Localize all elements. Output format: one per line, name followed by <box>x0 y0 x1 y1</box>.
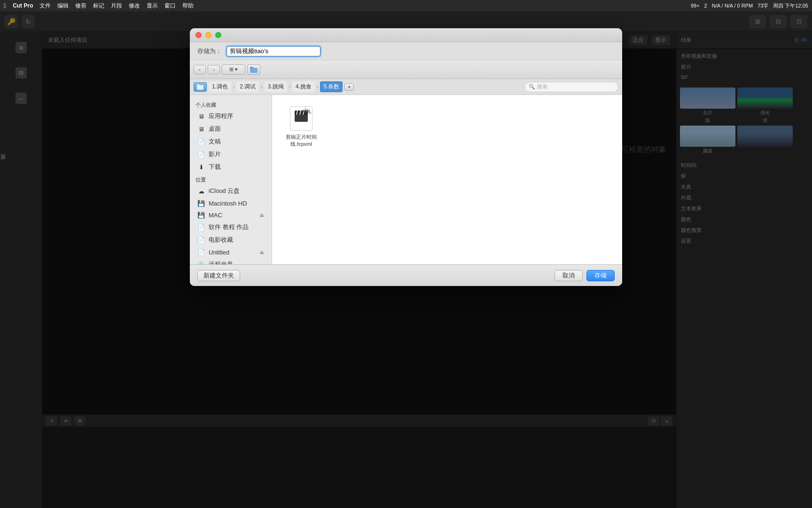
menubar-left:  Cut Pro 文件 编辑 修剪 标记 片段 修改 显示 窗口 帮助 <box>4 2 194 10</box>
crumb-2[interactable]: 2.调试 <box>236 81 259 92</box>
char-count: 73字 <box>757 2 768 9</box>
view-mode-btn[interactable]: ⊞ ▾ <box>222 64 245 75</box>
menu-window[interactable]: 窗口 <box>164 2 176 10</box>
menu-app[interactable]: Cut Pro <box>13 2 33 9</box>
sidebar-software-works[interactable]: 📄 软件 教程 作品 <box>192 221 270 233</box>
location-more-btn[interactable]: ▾ <box>344 83 354 91</box>
sidebar-mac[interactable]: 💾 MAC ⏏ <box>192 209 270 221</box>
folder-icon <box>250 66 258 73</box>
documents-icon: 📄 <box>197 138 205 145</box>
svg-rect-1 <box>250 67 253 69</box>
menubar-right: 99+ 2 N/A / N/A / 0 RPM 73字 周四 下午12:05 <box>691 2 808 9</box>
cancel-button[interactable]: 取消 <box>554 270 583 281</box>
menu-trim[interactable]: 修剪 <box>75 2 86 10</box>
svg-rect-3 <box>197 84 200 86</box>
dialog-file-area: XML 剪辑正片时间线.fcpxml <box>272 95 622 264</box>
remote-disc-icon: 💿 <box>197 261 205 264</box>
location-search[interactable]: 🔍 搜索 <box>524 82 618 92</box>
dialog-maximize-btn[interactable] <box>215 32 221 38</box>
menu-mark[interactable]: 标记 <box>93 2 104 10</box>
mac-icon: 💾 <box>197 211 205 219</box>
crumb-sep-1: › <box>233 84 234 89</box>
fcpxml-icon: XML <box>290 106 312 131</box>
saveas-label: 存储为： <box>197 47 222 56</box>
applications-label: 应用程序 <box>209 112 233 120</box>
menu-clip[interactable]: 片段 <box>111 2 122 10</box>
sidebar-desktop[interactable]: 🖥 桌面 <box>192 123 270 135</box>
sidebar-icloud[interactable]: ☁ iCloud 云盘 <box>192 185 270 197</box>
sidebar-movie-collection[interactable]: 📄 电影收藏 <box>192 234 270 246</box>
saveas-input[interactable] <box>226 46 320 56</box>
software-icon: 📄 <box>197 223 205 231</box>
menu-modify[interactable]: 修改 <box>129 2 140 10</box>
sidebar-movies[interactable]: 📄 影片 <box>192 148 270 160</box>
icloud-icon: ☁ <box>197 187 205 195</box>
desktop-icon: 🖥 <box>197 125 205 133</box>
sidebar-documents[interactable]: 📄 文稿 <box>192 135 270 148</box>
action-buttons: 取消 存储 <box>554 270 615 281</box>
folder-small-icon <box>197 84 203 90</box>
location-folder-icon <box>194 82 207 92</box>
untitled-icon: 📄 <box>197 248 205 256</box>
sidebar-downloads[interactable]: ⬇ 下载 <box>192 161 270 173</box>
file-icon-wrapper: XML <box>288 105 314 132</box>
icloud-label: iCloud 云盘 <box>209 187 240 195</box>
dialog-footer: 新建文件夹 取消 存储 <box>190 264 622 286</box>
dialog-close-btn[interactable] <box>195 32 202 38</box>
apple-menu[interactable]:  <box>4 2 6 9</box>
crumb-sep-2: › <box>261 84 262 89</box>
macintosh-hd-label: Macintosh HD <box>209 200 247 207</box>
dialog-sidebar: 个人收藏 🖥 应用程序 🖥 桌面 📄 文稿 📄 影片 <box>190 95 272 264</box>
save-dialog: 存储为： ‹ › ⊞ ▾ <box>190 28 622 286</box>
view-mode-icon: ⊞ <box>229 66 234 72</box>
search-placeholder: 搜索 <box>537 83 547 90</box>
applications-icon: 🖥 <box>197 112 205 120</box>
locations-section-header: 位置 <box>190 174 272 184</box>
file-name-fcpxml: 剪辑正片时间线.fcpxml <box>282 134 320 148</box>
new-folder-button[interactable]: 新建文件夹 <box>197 270 240 281</box>
mac-eject-btn[interactable]: ⏏ <box>259 212 264 218</box>
cpu-status: N/A / N/A / 0 RPM <box>712 3 753 8</box>
menu-edit[interactable]: 编辑 <box>57 2 69 10</box>
dialog-minimize-btn[interactable] <box>205 32 211 38</box>
nav-forward-btn[interactable]: › <box>208 65 220 74</box>
menu-file[interactable]: 文件 <box>39 2 51 10</box>
mac-label: MAC <box>209 212 222 219</box>
dialog-overlay: 存储为： ‹ › ⊞ ▾ <box>0 0 812 508</box>
untitled-label: Untitled <box>209 249 229 256</box>
dialog-titlebar <box>190 28 622 42</box>
saveas-row: 存储为： <box>190 42 622 60</box>
sidebar-applications[interactable]: 🖥 应用程序 <box>192 110 270 122</box>
personal-section-header: 个人收藏 <box>190 99 272 110</box>
menu-help[interactable]: 帮助 <box>182 2 194 10</box>
crumb-1[interactable]: 1.调色 <box>209 81 231 92</box>
movie-collection-label: 电影收藏 <box>209 236 233 244</box>
crumb-5[interactable]: 5.条数 <box>320 81 343 92</box>
view-mode-chevron: ▾ <box>235 66 238 72</box>
file-item-fcpxml[interactable]: XML 剪辑正片时间线.fcpxml <box>280 103 323 151</box>
downloads-icon: ⬇ <box>197 163 205 171</box>
sidebar-untitled[interactable]: 📄 Untitled ⏏ <box>192 246 270 258</box>
status-2: 2 <box>704 3 707 8</box>
movie-collection-icon: 📄 <box>197 236 205 244</box>
dialog-toolbar: ‹ › ⊞ ▾ <box>190 60 622 79</box>
sidebar-macintosh-hd[interactable]: 💾 Macintosh HD <box>192 198 270 209</box>
software-label: 软件 教程 作品 <box>209 223 249 231</box>
untitled-eject-btn[interactable]: ⏏ <box>259 249 264 255</box>
downloads-label: 下载 <box>209 163 221 171</box>
sidebar-remote-disc[interactable]: 💿 远程光盘 <box>192 258 270 264</box>
notification-count: 99+ <box>691 3 700 8</box>
dialog-body: 个人收藏 🖥 应用程序 🖥 桌面 📄 文稿 📄 影片 <box>190 95 622 264</box>
search-icon: 🔍 <box>529 84 535 90</box>
new-folder-icon-btn[interactable] <box>247 64 260 75</box>
menubar:  Cut Pro 文件 编辑 修剪 标记 片段 修改 显示 窗口 帮助 99+… <box>0 0 812 11</box>
menu-view[interactable]: 显示 <box>147 2 158 10</box>
location-row: 1.调色 › 2.调试 › 3.跳绳 › 4.挑食 › 5.条数 ▾ 🔍 搜索 <box>190 79 622 95</box>
nav-back-btn[interactable]: ‹ <box>194 65 206 74</box>
save-button[interactable]: 存储 <box>586 270 615 281</box>
documents-label: 文稿 <box>209 137 221 146</box>
crumb-sep-3: › <box>289 84 290 89</box>
crumb-3[interactable]: 3.跳绳 <box>265 81 287 92</box>
movies-label: 影片 <box>209 150 221 159</box>
crumb-4[interactable]: 4.挑食 <box>292 81 315 92</box>
